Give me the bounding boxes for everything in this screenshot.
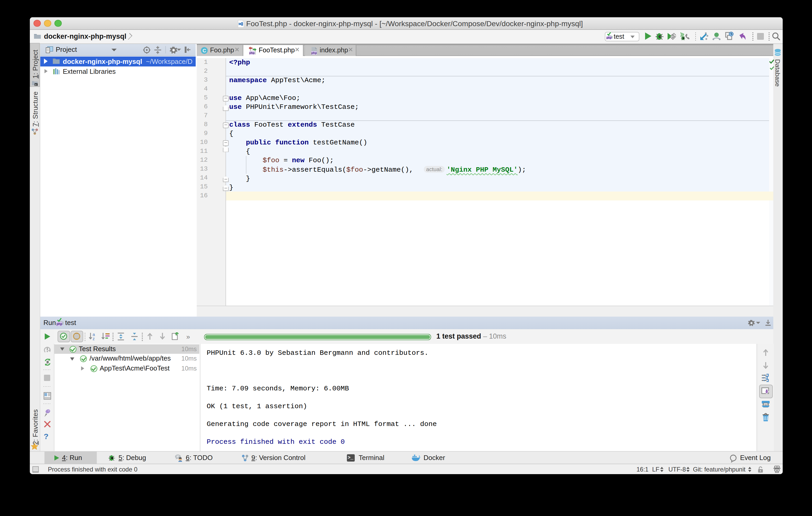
svg-text:php: php [249, 51, 255, 54]
svg-text:z: z [93, 337, 95, 341]
svg-text:a: a [93, 332, 95, 337]
svg-text:php: php [311, 51, 317, 54]
